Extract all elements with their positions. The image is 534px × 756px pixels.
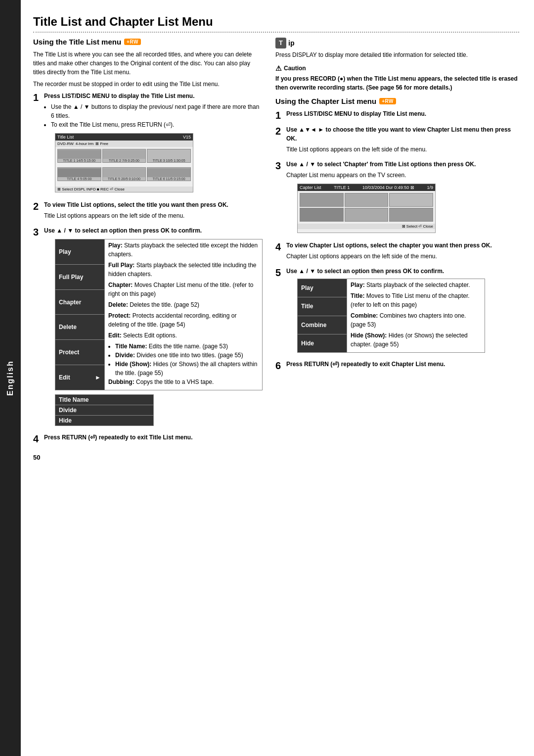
ch-step-1: 1 Press LIST/DISC MENU to display Title … <box>275 109 519 121</box>
step-1-bullet-1: Use the ▲ / ▼ buttons to display the pre… <box>51 102 261 120</box>
caution-text: If you press RECORD (●) when the Title L… <box>275 74 519 92</box>
title-footer-text: ⊠ Select DISPL INFO ■ REC ⏎ Close <box>57 187 125 191</box>
title-4hour: 4-hour lrm <box>76 142 93 146</box>
rw-badge: +RW <box>124 39 141 45</box>
ch-step-2-bold: Use ▲▼◄ ► to choose the title you want t… <box>286 125 519 143</box>
chapter-list-body <box>298 191 435 224</box>
edit-subitem-divide: Divide: Divides one title into two title… <box>115 351 259 360</box>
title-thumb-1: TITLE 1 14/5 5:15:00 <box>57 149 101 163</box>
menu-desc-dubbing: Dubbing: Copys the title to a VHS tape. <box>108 378 259 386</box>
title-list-intro2: The recorder must be stopped in order to… <box>33 80 261 89</box>
ch-step-3-content: Use ▲ / ▼ to select 'Chapter' from Title… <box>286 160 519 237</box>
step-1-list: Use the ▲ / ▼ buttons to display the pre… <box>51 102 261 129</box>
ch-step-1-content: Press LIST/DISC MENU to display Title Li… <box>286 109 519 121</box>
ch-menu-desc-combine: Combine: Combines two chapters into one.… <box>351 311 481 329</box>
ch-step-3-text: Chapter List menu appears on the TV scre… <box>286 171 519 180</box>
title-dvdrw: DVD-RW <box>57 142 74 146</box>
ch-step-5-bold: Use ▲ / ▼ to select an option then press… <box>286 267 519 276</box>
chapter-list-title: TITLE 1 <box>334 185 350 190</box>
title-list-screenshot: Title List V15 DVD-RW 4-hour lrm ⊠ Free <box>55 133 193 192</box>
thumb-label-2: TITLE 2 7/9 0:25:00 <box>109 159 139 162</box>
caution-icon: ⚠ <box>275 64 282 72</box>
menu-label-chapter: Chapter <box>55 289 105 315</box>
ch-menu-label-combine: Combine <box>298 316 347 334</box>
title-thumb-3: TITLE 3 10/5 1:30:05 <box>147 149 191 163</box>
step-4-left: 4 Press RETURN (⏎) repeatedly to exit Ti… <box>33 433 261 445</box>
title-thumb-5: TITLE 5 20/5 0:10:00 <box>102 167 146 181</box>
step-3-num: 3 <box>33 226 44 429</box>
chapter-thumb-1 <box>300 193 344 207</box>
right-column: T ip Press DISPLAY to display more detai… <box>275 38 519 461</box>
step-3: 3 Use ▲ / ▼ to select an option then pre… <box>33 226 261 429</box>
ch-step-2: 2 Use ▲▼◄ ► to choose the title you want… <box>275 125 519 156</box>
step-1: 1 Press LIST/DISC MENU to display the Ti… <box>33 92 261 196</box>
title-thumb-2: TITLE 2 7/9 0:25:00 <box>102 149 146 163</box>
ch-step-6-num: 6 <box>275 360 286 372</box>
title-list-body: TITLE 1 14/5 5:15:00 TITLE 2 7/9 0:25:00… <box>55 147 193 187</box>
title-list-heading: Using the Title List menu +RW <box>33 38 261 46</box>
sidebar: English <box>0 0 21 756</box>
chapter-list-heading: Using the Chapter List menu +RW <box>275 97 519 105</box>
step-1-bullet-2: To exit the Title List menu, press RETUR… <box>51 120 261 129</box>
ch-step-6: 6 Press RETURN (⏎) repeatedly to exit Ch… <box>275 360 519 372</box>
ch-step-4-content: To view Chapter List options, select the… <box>286 241 519 263</box>
title-list-label: Title List <box>57 135 74 140</box>
ch-menu-label-hide: Hide <box>298 334 347 352</box>
ch-step-4-num: 4 <box>275 241 286 263</box>
tip-text: Press DISPLAY to display more detailed t… <box>275 50 519 59</box>
two-column-layout: Using the Title List menu +RW The Title … <box>33 38 519 461</box>
submenu-label-divide: Divide <box>55 405 154 416</box>
ch-step-3: 3 Use ▲ / ▼ to select 'Chapter' from Tit… <box>275 160 519 237</box>
sub-menu-table: Title Name Divide Hide <box>55 394 154 426</box>
menu-row-play: Play Play: Starts playback the selected … <box>55 239 263 265</box>
ch-step-4: 4 To view Chapter List options, select t… <box>275 241 519 263</box>
menu-desc-fullplay: Full Play: Starts playback the selected … <box>108 261 259 279</box>
submenu-label-titlename: Title Name <box>55 395 154 405</box>
chapter-footer-text: ⊠ Select ⏎ Close <box>402 224 433 229</box>
page: English Title List and Chapter List Menu… <box>0 0 534 756</box>
left-column: Using the Title List menu +RW The Title … <box>33 38 261 461</box>
ch-step-3-num: 3 <box>275 160 286 237</box>
chapter-thumb-3 <box>389 193 433 207</box>
tip-icon: T <box>275 38 286 48</box>
ch-step-2-text: Title List options appears on the left s… <box>286 145 519 154</box>
page-title: Title List and Chapter List Menu <box>33 15 519 33</box>
edit-subitems: Title Name: Edits the title name. (page … <box>115 342 259 378</box>
thumb-label-1: TITLE 1 14/5 5:15:00 <box>63 159 95 162</box>
caution-title: ⚠ Caution <box>275 64 519 72</box>
menu-label-edit: Edit ► <box>55 365 105 390</box>
chapter-thumb-2 <box>345 193 389 207</box>
tip-title: T ip <box>275 38 519 48</box>
menu-options-table: Play Play: Starts playback the selected … <box>55 239 263 390</box>
menu-desc-chapter: Chapter: Moves Chapter List menu of the … <box>108 281 259 298</box>
chapter-rw-badge: +RW <box>379 98 396 104</box>
tip-label: ip <box>288 39 294 47</box>
step-1-num: 1 <box>33 92 44 196</box>
chapter-list-footer: ⊠ Select ⏎ Close <box>298 224 435 229</box>
chapter-menu-table: Play Play: Starts playback of the select… <box>297 279 485 353</box>
thumb-label-4: TITLE 4 5:05:00 <box>67 177 91 181</box>
edit-arrow: ► <box>95 374 101 381</box>
edit-subitem-titlename: Title Name: Edits the title name. (page … <box>115 342 259 351</box>
title-free: ⊠ Free <box>95 142 108 146</box>
ch-step-2-content: Use ▲▼◄ ► to choose the title you want t… <box>286 125 519 156</box>
step-3-bold: Use ▲ / ▼ to select an option then press… <box>44 226 263 235</box>
step-2-num: 2 <box>33 200 44 222</box>
title-list-v: V15 <box>183 135 191 140</box>
step-2-content: To view Title List options, select the t… <box>44 200 261 222</box>
ch-menu-desc-title: Title: Moves to Title List menu of the c… <box>351 291 481 309</box>
chapter-list-date: 10/03/2004 Dur 0:49:50 ⊠ <box>362 185 414 190</box>
step-1-content: Press LIST/DISC MENU to display the Titl… <box>44 92 261 196</box>
sidebar-label: English <box>6 360 15 396</box>
chapter-list-label: Capter List <box>300 185 321 190</box>
page-number: 50 <box>33 454 261 461</box>
menu-desc-delete: Delete: Deletes the title. (page 52) <box>108 300 259 309</box>
ch-step-6-bold: Press RETURN (⏎) repeatedly to exit Chap… <box>286 360 519 369</box>
submenu-row-hide: Hide <box>55 416 154 426</box>
main-content: Title List and Chapter List Menu Using t… <box>21 0 534 756</box>
menu-label-protect: Protect <box>55 340 105 365</box>
menu-desc-play: Play: Starts playback the selected title… <box>108 241 259 259</box>
ch-menu-row-play: Play Play: Starts playback of the select… <box>298 279 485 297</box>
menu-desc-col: Play: Starts playback the selected title… <box>105 239 263 390</box>
ch-step-2-num: 2 <box>275 125 286 156</box>
